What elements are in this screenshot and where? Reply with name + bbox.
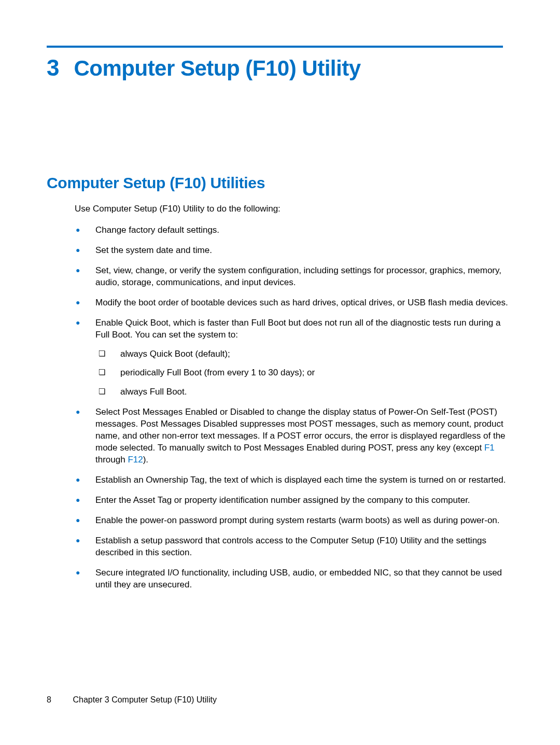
key-f1: F1 [484,443,495,453]
sub-list: always Quick Boot (default); periodicall… [99,348,513,399]
page-content: 3 Computer Setup (F10) Utility Computer … [47,46,513,599]
list-item: Select Post Messages Enabled or Disabled… [75,406,513,466]
page-footer: 8 Chapter 3 Computer Setup (F10) Utility [47,695,217,705]
list-item: Enable Quick Boot, which is faster than … [75,317,513,399]
sub-list-item: periodically Full Boot (from every 1 to … [99,367,513,379]
chapter-rule [47,46,503,48]
bullet-list: Change factory default settings. Set the… [75,224,513,591]
sub-list-item: always Full Boot. [99,386,513,398]
list-item: Establish an Ownership Tag, the text of … [75,474,513,486]
page-number: 8 [47,695,71,705]
list-item-text: Enable Quick Boot, which is faster than … [95,318,501,340]
list-item: Modify the boot order of bootable device… [75,297,513,309]
intro-text: Use Computer Setup (F10) Utility to do t… [75,203,513,215]
sub-list-item: always Quick Boot (default); [99,348,513,360]
text-part: ). [143,455,148,465]
footer-text: Chapter 3 Computer Setup (F10) Utility [73,695,216,704]
chapter-title: Computer Setup (F10) Utility [74,56,360,81]
section-heading: Computer Setup (F10) Utilities [47,174,513,192]
key-f12: F12 [128,455,143,465]
list-item: Enable the power-on password prompt duri… [75,515,513,527]
list-item: Enter the Asset Tag or property identifi… [75,495,513,507]
list-item: Secure integrated I/O functionality, inc… [75,567,513,591]
list-item: Set, view, change, or verify the system … [75,265,513,289]
list-item: Set the system date and time. [75,245,513,257]
list-item: Change factory default settings. [75,224,513,236]
text-part: through [95,455,128,465]
chapter-heading: 3 Computer Setup (F10) Utility [47,55,513,81]
text-part: Select Post Messages Enabled or Disabled… [95,407,506,453]
list-item: Establish a setup password that controls… [75,535,513,559]
chapter-number: 3 [47,55,59,81]
